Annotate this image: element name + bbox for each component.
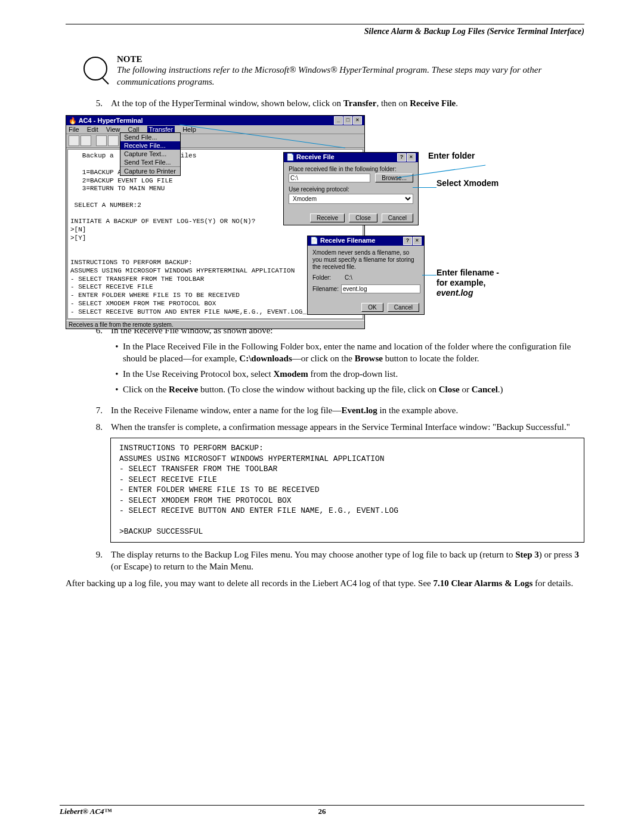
dialog-receive-filename: 📄 Receive Filename ?× Xmodem never sends… bbox=[307, 236, 425, 315]
callout-enter-folder: Enter folder bbox=[428, 151, 475, 160]
step-7: 7. In the Receive Filename window, enter… bbox=[83, 404, 584, 416]
titlebar: 🔥 AC4 - HyperTerminal _ □ × bbox=[66, 116, 364, 125]
page-number: 26 bbox=[318, 807, 326, 816]
menu-item-capture[interactable]: Capture Text... bbox=[120, 150, 180, 158]
menu-item-capprint[interactable]: Capture to Printer bbox=[120, 166, 180, 175]
note-title: NOTE bbox=[117, 54, 584, 64]
callout-line bbox=[413, 187, 436, 188]
note-block: NOTE The following instructions refer to… bbox=[83, 54, 584, 88]
page-header: Silence Alarm & Backup Log Files (Servic… bbox=[66, 27, 584, 36]
help-icon[interactable]: ? bbox=[397, 153, 406, 162]
callout-line bbox=[422, 275, 436, 275]
screenshot-hyperterminal: 🔥 AC4 - HyperTerminal _ □ × File Edit Vi… bbox=[66, 115, 584, 315]
step-5: 5. At the top of the HyperTerminal windo… bbox=[83, 97, 584, 109]
filename-input[interactable] bbox=[341, 284, 420, 293]
close-button[interactable]: Close bbox=[349, 213, 377, 222]
minimize-icon[interactable]: _ bbox=[334, 116, 343, 125]
toolbar-icon[interactable] bbox=[108, 135, 119, 146]
menu-file[interactable]: File bbox=[69, 126, 79, 133]
maximize-icon[interactable]: □ bbox=[343, 116, 352, 125]
cancel-button[interactable]: Cancel bbox=[382, 213, 413, 222]
magnifier-icon bbox=[83, 57, 107, 80]
menu-view[interactable]: View bbox=[106, 126, 120, 133]
transfer-dropdown[interactable]: Send File... Receive File... Capture Tex… bbox=[120, 132, 181, 176]
step-6: 6. In the Receive File window, as shown … bbox=[83, 324, 584, 399]
close-icon[interactable]: × bbox=[353, 116, 362, 125]
toolbar-icon[interactable] bbox=[80, 135, 91, 146]
page-footer: Liebert® AC4™ 26 bbox=[60, 805, 584, 816]
toolbar-icon[interactable] bbox=[69, 135, 79, 146]
help-icon[interactable]: ? bbox=[403, 237, 412, 245]
close-icon[interactable]: × bbox=[413, 237, 422, 245]
step-8: 8. When the transfer is complete, a conf… bbox=[83, 421, 584, 433]
callout-enter-filename: Enter filename - for example, event.log bbox=[436, 268, 499, 298]
status-bar: Receives a file from the remote system. bbox=[66, 320, 364, 329]
receive-button[interactable]: Receive bbox=[310, 213, 345, 222]
menu-item-receive[interactable]: Receive File... bbox=[120, 141, 180, 150]
footer-left: Liebert® AC4™ bbox=[60, 807, 112, 816]
menu-item-send[interactable]: Send File... bbox=[120, 133, 180, 141]
note-body: The following instructions refer to the … bbox=[117, 64, 584, 88]
menu-edit[interactable]: Edit bbox=[87, 126, 98, 133]
ok-button[interactable]: OK bbox=[361, 303, 383, 312]
toolbar-icon[interactable] bbox=[96, 135, 107, 146]
browse-button[interactable]: Browse... bbox=[375, 174, 413, 182]
folder-input[interactable] bbox=[289, 174, 370, 182]
cancel-button[interactable]: Cancel bbox=[388, 303, 419, 312]
step-9: 9. The display returns to the Backup Log… bbox=[83, 549, 584, 573]
protocol-select[interactable]: Xmodem bbox=[289, 194, 413, 204]
dialog-receive-file: 📄 Receive File ?× Place received file in… bbox=[283, 152, 419, 225]
toolbar bbox=[66, 134, 364, 148]
after-paragraph: After backing up a log file, you may wan… bbox=[66, 577, 584, 589]
menu-item-sendtext[interactable]: Send Text File... bbox=[120, 158, 180, 166]
terminal-output-box: INSTRUCTIONS TO PERFORM BACKUP: ASSUMES … bbox=[110, 438, 584, 543]
callout-select-xmodem: Select Xmodem bbox=[436, 178, 499, 188]
menu-help[interactable]: Help bbox=[182, 126, 196, 133]
close-icon[interactable]: × bbox=[407, 153, 416, 162]
